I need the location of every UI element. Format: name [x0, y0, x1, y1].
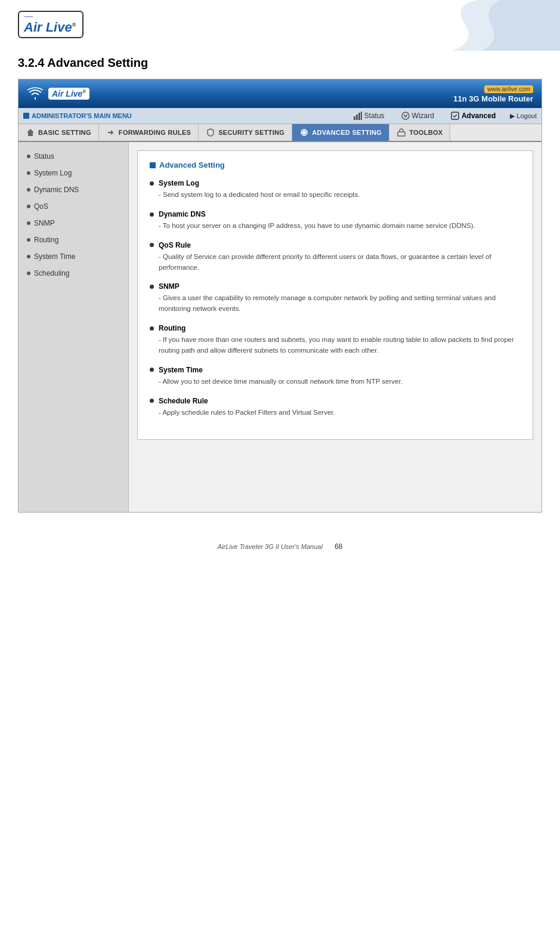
feature-desc-system-time: - Allow you to set device time manually … [159, 377, 521, 387]
sidebar-item-snmp[interactable]: SNMP [18, 215, 128, 232]
advanced-setting-icon [299, 128, 309, 137]
feature-desc-dynamic-dns: - To host your server on a changing IP a… [159, 221, 521, 232]
sidebar-item-scheduling[interactable]: Scheduling [18, 265, 128, 282]
nav-tab-advanced[interactable]: Advanced [448, 110, 498, 121]
router-logo-area: Air Live® [27, 87, 95, 101]
router-toolbar: BASIC SETTING FORWARDING RULES SECURITY … [18, 124, 542, 142]
svg-rect-0 [354, 116, 355, 120]
page-header: ~~~ Air Live® [0, 0, 560, 44]
sidebar-item-qos[interactable]: QoS [18, 198, 128, 215]
bullet-icon [27, 272, 30, 275]
content-title: Advanced Setting [150, 161, 521, 169]
toolbox-icon [397, 128, 406, 137]
bullet-icon [27, 205, 30, 208]
feature-snmp: SNMP - Gives a user the capability to re… [150, 282, 521, 314]
bullet-icon [150, 212, 154, 217]
security-icon [206, 128, 215, 137]
feature-desc-system-log: - Send system log to a dedicated host or… [159, 190, 521, 201]
bullet-icon [150, 181, 154, 186]
svg-point-4 [402, 112, 409, 119]
toolbar-basic-setting[interactable]: BASIC SETTING [18, 124, 99, 141]
feature-title-system-log: System Log [150, 179, 521, 187]
feature-system-log: System Log - Send system log to a dedica… [150, 179, 521, 201]
toolbar-security-setting[interactable]: SECURITY SETTING [199, 124, 292, 141]
title-icon [150, 162, 156, 168]
home-icon [26, 128, 35, 137]
router-product-name: 11n 3G Mobile Router [453, 94, 533, 103]
wizard-icon [401, 112, 410, 120]
feature-qos-rule: QoS Rule - Quality of Service can provid… [150, 241, 521, 273]
router-topbar: Air Live® www.airlive.com 11n 3G Mobile … [18, 79, 542, 108]
bullet-icon [150, 243, 154, 247]
bullet-icon [27, 171, 30, 175]
router-logo: Air Live® [48, 88, 89, 100]
bullet-icon [150, 285, 154, 289]
nav-tab-status[interactable]: Status [351, 110, 387, 121]
svg-rect-3 [361, 112, 362, 120]
toolbar-toolbox[interactable]: TOOLBOX [389, 124, 450, 141]
svg-point-6 [302, 131, 306, 134]
bullet-icon [27, 188, 30, 192]
forward-icon [106, 128, 116, 137]
trademark: ® [72, 22, 76, 28]
feature-title-dynamic-dns: Dynamic DNS [150, 210, 521, 218]
feature-desc-schedule: - Apply schedule rules to Packet Filters… [159, 408, 521, 418]
sidebar-item-system-time[interactable]: System Time [18, 248, 128, 265]
svg-rect-12 [398, 132, 405, 136]
feature-desc-snmp: - Gives a user the capability to remotel… [159, 293, 521, 314]
bullet-icon [150, 399, 154, 403]
logout-button[interactable]: ▶ Logout [510, 112, 537, 120]
feature-title-system-time: System Time [150, 366, 521, 374]
bullet-icon [150, 326, 154, 331]
nav-tabs: Status Wizard Advanced [351, 110, 499, 121]
svg-rect-2 [358, 113, 360, 120]
menu-icon [23, 113, 29, 119]
feature-routing: Routing - If you have more than one rout… [150, 324, 521, 356]
feature-title-qos: QoS Rule [150, 241, 521, 249]
bullet-icon [27, 221, 30, 225]
feature-dynamic-dns: Dynamic DNS - To host your server on a c… [150, 210, 521, 232]
router-logo-text: Air Live® [52, 89, 86, 98]
footer-manual-text: AirLive Traveler 3G II User's Manual [218, 543, 323, 550]
router-frame: Air Live® www.airlive.com 11n 3G Mobile … [18, 79, 542, 513]
router-main: Status System Log Dynamic DNS QoS SNMP R… [18, 142, 542, 512]
toolbar-forwarding-rules[interactable]: FORWARDING RULES [99, 124, 199, 141]
feature-desc-qos: - Quality of Service can provide differe… [159, 252, 521, 273]
router-url: www.airlive.com [484, 85, 533, 93]
feature-title-routing: Routing [150, 324, 521, 332]
svg-rect-1 [356, 115, 358, 120]
nav-menu-label: ADMINISTRATOR's MAIN MENU [23, 112, 132, 119]
bullet-icon [27, 238, 30, 242]
bullet-icon [27, 255, 30, 258]
page-title: 3.2.4 Advanced Setting [18, 56, 542, 70]
content-box: Advanced Setting System Log - Send syste… [137, 150, 533, 440]
router-navbar: ADMINISTRATOR's MAIN MENU Status Wizard [18, 108, 542, 124]
toolbar-advanced-setting[interactable]: ADVANCED SETTING [292, 124, 389, 141]
sidebar: Status System Log Dynamic DNS QoS SNMP R… [18, 142, 129, 512]
bullet-icon [150, 368, 154, 372]
advanced-nav-icon [451, 112, 459, 120]
signal-icon [354, 112, 362, 120]
router-product-info: www.airlive.com 11n 3G Mobile Router [453, 84, 533, 103]
logo-text: Air Live® [24, 20, 76, 35]
feature-schedule-rule: Schedule Rule - Apply schedule rules to … [150, 397, 521, 418]
bullet-icon [27, 155, 30, 158]
content-pane: Advanced Setting System Log - Send syste… [129, 142, 542, 512]
sidebar-item-status[interactable]: Status [18, 148, 128, 165]
footer-page-number: 68 [335, 542, 342, 551]
nav-tab-wizard[interactable]: Wizard [399, 110, 437, 121]
logo-box: ~~~ Air Live® [18, 11, 83, 38]
feature-system-time: System Time - Allow you to set device ti… [150, 366, 521, 387]
sidebar-item-routing[interactable]: Routing [18, 232, 128, 248]
page-footer: AirLive Traveler 3G II User's Manual 68 [0, 536, 560, 563]
header-stripe [357, 0, 560, 51]
feature-desc-routing: - If you have more than one routers and … [159, 335, 521, 356]
wifi-waves-icon [27, 87, 44, 101]
sidebar-item-dynamic-dns[interactable]: Dynamic DNS [18, 181, 128, 198]
feature-title-schedule: Schedule Rule [150, 397, 521, 405]
feature-title-snmp: SNMP [150, 282, 521, 291]
sidebar-item-system-log[interactable]: System Log [18, 165, 128, 181]
